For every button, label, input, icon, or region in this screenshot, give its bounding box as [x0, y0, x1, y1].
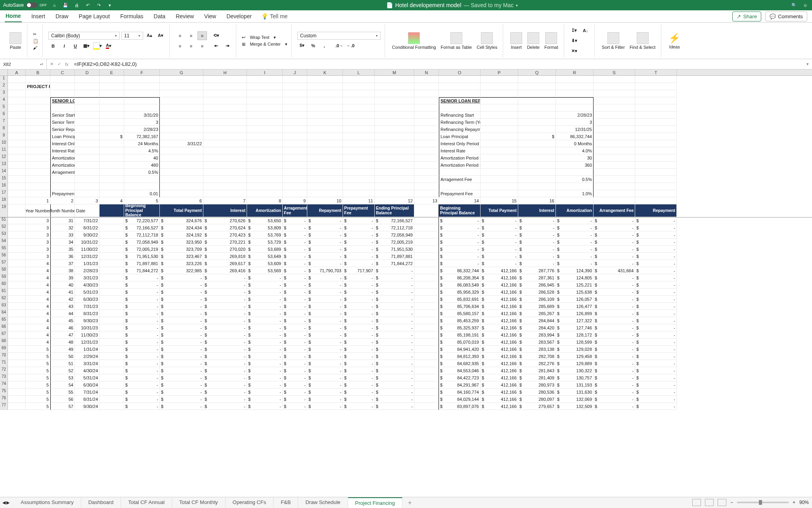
- cell[interactable]: $-: [307, 260, 343, 267]
- cell[interactable]: $-: [343, 246, 375, 253]
- cell[interactable]: $-: [375, 389, 414, 396]
- cell[interactable]: 5: [26, 346, 50, 353]
- copy-icon[interactable]: 📋: [33, 38, 38, 44]
- cell[interactable]: [635, 133, 677, 140]
- cell[interactable]: $-: [283, 296, 307, 303]
- cell[interactable]: $53,809: [247, 224, 283, 231]
- cell[interactable]: [635, 169, 677, 176]
- cell[interactable]: 44: [50, 310, 75, 317]
- cell[interactable]: [26, 140, 50, 147]
- col-header[interactable]: H: [203, 69, 247, 75]
- cell[interactable]: 4: [26, 331, 50, 339]
- cell[interactable]: [414, 217, 439, 224]
- row-header[interactable]: 4: [0, 97, 8, 104]
- cell[interactable]: [8, 353, 26, 360]
- cell[interactable]: [8, 154, 26, 162]
- cell[interactable]: $-: [160, 339, 203, 346]
- cell[interactable]: 2: [50, 197, 75, 204]
- cell[interactable]: Amortization Period (Years): [439, 154, 481, 162]
- cell[interactable]: 3: [75, 197, 100, 204]
- decrease-font-icon[interactable]: A▾: [156, 31, 165, 40]
- cell[interactable]: $-: [247, 331, 283, 339]
- cell[interactable]: [203, 83, 247, 90]
- cell[interactable]: [414, 367, 439, 374]
- cell[interactable]: $285,689: [518, 303, 556, 310]
- cell[interactable]: [414, 267, 439, 274]
- cell[interactable]: [8, 224, 26, 231]
- cell[interactable]: 24 Months: [124, 140, 160, 147]
- cell[interactable]: [8, 360, 26, 367]
- cell[interactable]: 8: [247, 197, 283, 204]
- cell[interactable]: SENIOR LOAN: [50, 97, 75, 104]
- cell[interactable]: 3/31/20: [124, 112, 160, 119]
- cell[interactable]: 8/31/23: [75, 310, 100, 317]
- format-table-button[interactable]: Format as Table: [439, 31, 474, 50]
- cell[interactable]: [343, 140, 375, 147]
- cell[interactable]: [283, 133, 307, 140]
- cell[interactable]: $85,706,634: [439, 303, 481, 310]
- cell[interactable]: [594, 154, 635, 162]
- cell[interactable]: 55: [50, 389, 75, 396]
- clear-icon[interactable]: ✕▾: [570, 47, 579, 56]
- cell[interactable]: [481, 83, 518, 90]
- zoom-in-icon[interactable]: +: [793, 500, 795, 505]
- cell[interactable]: 1.0%: [556, 190, 594, 197]
- cell[interactable]: $-: [283, 346, 307, 353]
- cell[interactable]: 14: [439, 197, 481, 204]
- cell[interactable]: [635, 76, 677, 83]
- cell[interactable]: [283, 119, 307, 126]
- cell[interactable]: $-: [203, 331, 247, 339]
- cell[interactable]: $281,843: [518, 367, 556, 374]
- cell[interactable]: 39: [50, 274, 75, 281]
- cell[interactable]: [414, 169, 439, 176]
- row-header[interactable]: 8: [0, 126, 8, 133]
- cell[interactable]: $-: [375, 274, 414, 281]
- row-header[interactable]: 54: [0, 239, 8, 246]
- insert-button[interactable]: Insert: [509, 31, 524, 50]
- cell[interactable]: [481, 76, 518, 83]
- cell[interactable]: $71,951,530: [124, 253, 160, 260]
- cell[interactable]: 9/30/22: [75, 231, 100, 239]
- cell[interactable]: Refinancing Start: [439, 112, 481, 119]
- cell[interactable]: 360: [556, 162, 594, 169]
- cell[interactable]: $129,889: [556, 360, 594, 367]
- cell[interactable]: Senior Term Years: [50, 119, 75, 126]
- cell[interactable]: $270,221: [203, 239, 247, 246]
- cell[interactable]: [307, 76, 343, 83]
- cell[interactable]: [26, 162, 50, 169]
- align-left-icon[interactable]: ≡: [175, 42, 185, 50]
- cell[interactable]: 5: [26, 367, 50, 374]
- align-top-icon[interactable]: ≡: [175, 31, 185, 40]
- cell[interactable]: 4/30/24: [75, 367, 100, 374]
- cell[interactable]: 10/31/22: [75, 239, 100, 246]
- cell[interactable]: [203, 140, 247, 147]
- cell[interactable]: [414, 396, 439, 403]
- cell[interactable]: $72,220,577: [124, 217, 160, 224]
- sort-filter-button[interactable]: Sort & Filter: [600, 31, 626, 50]
- sheet-tab[interactable]: Dashboard: [81, 497, 121, 508]
- cell[interactable]: $-: [481, 224, 518, 231]
- cell[interactable]: [100, 310, 124, 317]
- cell[interactable]: [307, 83, 343, 90]
- cell[interactable]: Prepayment Fee: [439, 190, 481, 197]
- cell[interactable]: [594, 133, 635, 140]
- cell[interactable]: $-: [283, 367, 307, 374]
- col-header[interactable]: R: [556, 69, 594, 75]
- cell[interactable]: [100, 246, 124, 253]
- cell[interactable]: [375, 190, 414, 197]
- cell[interactable]: 480: [124, 162, 160, 169]
- cell[interactable]: [26, 90, 50, 97]
- cell[interactable]: $-: [594, 253, 635, 260]
- cell[interactable]: 31: [50, 217, 75, 224]
- cell[interactable]: [100, 126, 124, 133]
- cell[interactable]: $412,166: [481, 267, 518, 274]
- cell[interactable]: $-: [247, 381, 283, 389]
- cell[interactable]: $-: [375, 339, 414, 346]
- cell[interactable]: $84,941,420: [439, 346, 481, 353]
- cell[interactable]: [203, 119, 247, 126]
- cell[interactable]: 3: [26, 246, 50, 253]
- cell[interactable]: [518, 154, 556, 162]
- conditional-formatting-button[interactable]: Conditional Formatting: [391, 31, 438, 50]
- percent-icon[interactable]: %: [308, 41, 318, 50]
- cell[interactable]: [8, 403, 26, 410]
